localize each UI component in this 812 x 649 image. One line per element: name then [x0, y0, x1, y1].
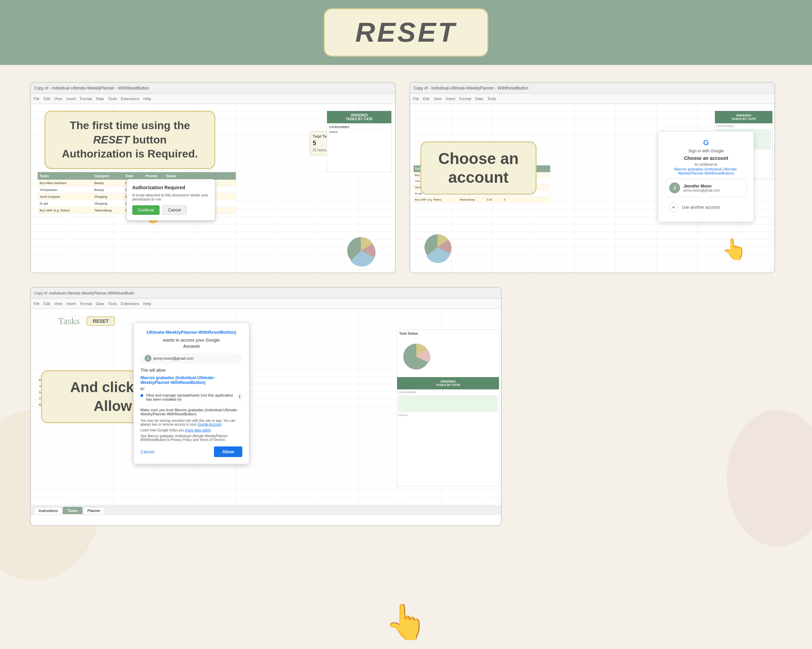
continue-button[interactable]: Continue	[132, 205, 160, 215]
tasks-header-area: Tasks RESET	[58, 315, 115, 326]
b-menu-extensions[interactable]: Extensions	[121, 302, 139, 306]
google-signin-dialog: G Sign in with Google Choose an account …	[658, 131, 754, 222]
hand-cursor-allow: 👆	[385, 602, 427, 642]
tab-instructions[interactable]: Instructions	[34, 507, 62, 514]
ordered-tasks-title: ORDEREDTASKS BY CATE	[346, 113, 373, 121]
panel-bottom-body: Tasks RESET And click on Allow Ultimate-…	[31, 309, 501, 515]
menu-insert[interactable]: Insert	[66, 97, 76, 101]
account-email: jenny.moon@gmail.com	[684, 189, 720, 192]
allow-divider	[140, 405, 242, 405]
r-menu-view[interactable]: View	[434, 97, 442, 101]
menu-extensions[interactable]: Extensions	[121, 97, 139, 101]
r-menu-file[interactable]: File	[413, 97, 419, 101]
allow-learn-text: Learn how Google helps you share data sa…	[140, 428, 242, 432]
b-menu-tools[interactable]: Tools	[108, 302, 117, 306]
allow-this-will: This will allow	[140, 368, 242, 373]
b-menu-view[interactable]: View	[54, 302, 63, 306]
pie-chart-bottom-right	[397, 337, 499, 377]
ordered-right-header: ORDEREDTASKS BY CATE	[715, 111, 772, 123]
share-data-link[interactable]: share data safely	[185, 428, 211, 432]
col-status: Status	[166, 174, 194, 178]
account-item-main[interactable]: J Jennifer Moon jenny.moon@gmail.com	[665, 179, 747, 197]
task-status-label: Task Status	[397, 330, 499, 337]
panel-right-body: Choose an account G Sign in with Google …	[410, 104, 774, 273]
reset-button[interactable]: RESET	[87, 316, 115, 326]
pie-bottom-right-svg	[399, 340, 440, 374]
r-task-row-5: Buy GMF (e.g. Rates) Takeout/pray 3.00 3	[414, 197, 550, 203]
auth-dialog-text: A script attached to this document needs…	[132, 193, 209, 201]
menu-data[interactable]: Data	[96, 97, 104, 101]
r-menu-insert[interactable]: Insert	[446, 97, 455, 101]
panel-bottom-toolbar: File Edit View Insert Format Data Tools …	[31, 299, 501, 309]
r-menu-edit[interactable]: Edit	[423, 97, 430, 101]
menu-help[interactable]: Help	[143, 97, 151, 101]
b-menu-insert[interactable]: Insert	[66, 302, 76, 306]
allow-allow-button[interactable]: Allow	[214, 446, 242, 457]
main-content: Copy of - Individual-Ultimate-WeeklyPlan…	[0, 65, 812, 649]
panel-right-toolbar: File Edit View Insert Format Data Tools	[410, 94, 774, 104]
info-icon[interactable]: ℹ	[237, 393, 242, 400]
allow-wants-text: wants to access your Google	[140, 337, 242, 343]
allow-dialog: Ultimate-WeeklyPlanner-WithResetButton) …	[133, 323, 249, 464]
menu-file[interactable]: File	[34, 97, 40, 101]
allow-app-name: Ultimate-WeeklyPlanner-WithResetButton)	[140, 330, 242, 335]
callout-authorization: The first time using the RESET button Au…	[44, 111, 215, 169]
r-menu-data[interactable]: Data	[475, 97, 483, 101]
auth-dialog-title: Authorization Required	[132, 185, 209, 190]
panel-choose-account: Copy of - Individual-Ultimate-WeeklyPlan…	[409, 82, 775, 273]
cancel-button-auth[interactable]: Cancel	[162, 205, 186, 215]
sheet-tabs-bar: Instructions Tasks Planner	[31, 506, 501, 515]
ordered-tasks-box: ORDEREDTASKS BY CATE CATEGORIES TASKS	[327, 111, 392, 172]
r-menu-format[interactable]: Format	[459, 97, 471, 101]
b-menu-format[interactable]: Format	[80, 302, 92, 306]
allow-sensitive-text: You may be sharing sensitive info with t…	[140, 419, 242, 426]
col-task: Tasks	[40, 174, 94, 178]
panel-authorization: Copy of - Individual-Ultimate-WeeklyPlan…	[30, 82, 396, 273]
google-logo: G	[665, 138, 747, 147]
allow-buttons-row: Cancel Allow	[140, 446, 242, 457]
panel-bottom-header: Copy of -Individual-Ultimate-WeeklyPlann…	[31, 288, 501, 299]
b-menu-edit[interactable]: Edit	[44, 302, 50, 306]
google-account-link[interactable]: Google Account	[197, 422, 222, 426]
categories-bottom: CATEGORIES	[398, 391, 498, 394]
allow-cancel-button[interactable]: Cancel	[140, 449, 154, 454]
reset-badge: RESET	[324, 8, 489, 57]
tab-planner[interactable]: Planner	[83, 507, 105, 514]
tasks-table-header-row: Tasks Category Total Priority Status	[38, 172, 236, 180]
pie-chart-area	[344, 234, 388, 269]
hand-cursor-account: 👆	[722, 237, 747, 261]
pie-chart-right	[420, 230, 458, 266]
pie-chart-svg	[344, 234, 388, 268]
menu-format[interactable]: Format	[80, 97, 92, 101]
col-total: Total	[125, 174, 146, 178]
add-account-icon: +	[669, 203, 678, 212]
pie-svg-right	[420, 230, 458, 264]
panel-right-header: Copy of - Individual-Ultimate-WeeklyPlan…	[410, 83, 774, 94]
to-continue-text: to continue to	[665, 162, 747, 166]
allow-email: jenny.moon@gmail.com	[153, 356, 194, 360]
allow-to-text: to:	[140, 386, 242, 391]
b-menu-file[interactable]: File	[34, 302, 40, 306]
task-status-right: Task Status ORDEREDTASKS BY CATE CATEGOR…	[397, 329, 499, 486]
top-panels-row: Copy of - Individual-Ultimate-WeeklyPlan…	[30, 82, 782, 273]
account-info: Jennifer Moon jenny.moon@gmail.com	[684, 184, 720, 192]
ordered-bottom-title: ORDEREDTASKS BY CATE	[436, 380, 460, 387]
menu-tools[interactable]: Tools	[108, 97, 117, 101]
menu-view[interactable]: View	[54, 97, 63, 101]
panel-left-body: The first time using the RESET button Au…	[31, 104, 395, 273]
add-account-option[interactable]: + Use another account	[665, 200, 747, 215]
tab-tasks[interactable]: Tasks	[63, 507, 82, 514]
r-menu-tools[interactable]: Tools	[487, 97, 496, 101]
callout-text-1: The first time using the RESET button Au…	[56, 119, 204, 161]
add-account-text: Use another account	[682, 205, 720, 210]
allow-account-text: Account	[140, 344, 242, 349]
b-menu-data[interactable]: Data	[96, 302, 104, 306]
categories-right: CATEGORIES	[716, 125, 771, 128]
col-priority: Priority	[146, 174, 166, 178]
account-name: Jennifer Moon	[684, 184, 720, 189]
b-menu-help[interactable]: Help	[143, 302, 151, 306]
permission-text-1: View and manage spreadsheets (not this a…	[146, 393, 234, 401]
col-category: Category	[94, 174, 125, 178]
menu-edit[interactable]: Edit	[44, 97, 50, 101]
ordered-tasks-content: CATEGORIES TASKS	[327, 123, 391, 136]
